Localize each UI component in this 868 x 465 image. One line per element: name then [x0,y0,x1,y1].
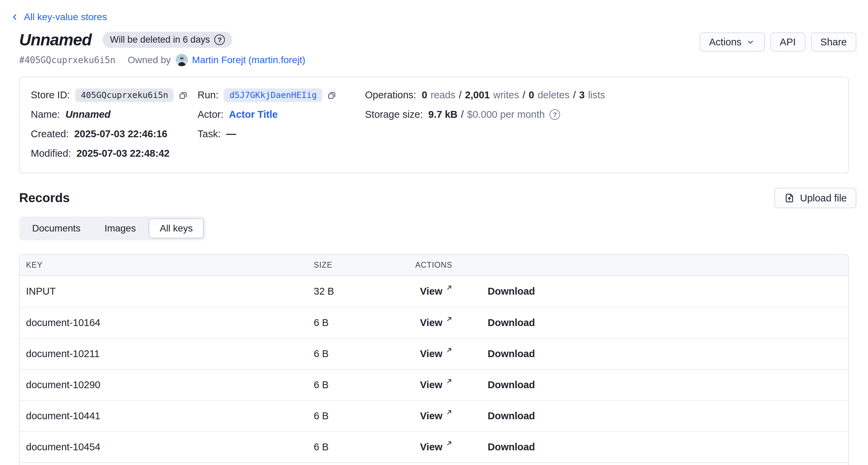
copy-run-id-icon[interactable] [327,90,337,100]
tab-images[interactable]: Images [94,219,147,238]
view-link[interactable]: View [420,379,488,391]
share-button[interactable]: Share [811,32,856,52]
deletes-unit: deletes [538,89,570,101]
page-title: Unnamed [19,30,92,49]
task-row: Task: — [198,124,365,144]
chevron-down-icon [746,37,755,47]
record-key: document-10290 [26,379,314,391]
actions-button[interactable]: Actions [700,32,765,52]
owner-link[interactable]: Martin Forejt (martin.forejt) [192,55,305,66]
key-value-store-page: All key-value stores Unnamed Will be del… [0,0,868,465]
record-size: 6 B [314,441,415,453]
copy-store-id-icon[interactable] [178,90,188,100]
storage-label: Storage size: [365,109,423,120]
storage-size: 9.7 kB [428,109,457,120]
storage-cost: $0.000 per month [467,109,545,120]
upload-file-icon [784,193,795,203]
actor-row: Actor: Actor Title [198,105,365,124]
table-row: document-10454 6 B View Download [20,431,848,462]
download-link[interactable]: Download [488,410,535,422]
download-link[interactable]: Download [488,317,535,328]
modified-row: Modified: 2025-07-03 22:48:42 [31,144,198,163]
view-link[interactable]: View [420,410,488,422]
run-row: Run: d5J7GKkjDaenHEIig [198,85,365,105]
record-size: 32 B [314,286,415,297]
upload-file-button[interactable]: Upload file [774,188,856,208]
tab-documents[interactable]: Documents [21,219,92,238]
table-row: document-10290 6 B View Download [20,369,848,400]
help-icon[interactable]: ? [214,34,225,45]
name-label: Name: [31,109,60,120]
lists-count: 3 [579,89,585,101]
store-info-card: Store ID: 405GQcuprxeku6i5n Name: Unname… [19,76,849,173]
storage-row: Storage size: 9.7 kB / $0.000 per month … [365,105,837,124]
download-link[interactable]: Download [488,348,535,360]
download-link[interactable]: Download [488,286,535,297]
table-header-row: KEY SIZE ACTIONS [20,255,848,276]
created-row: Created: 2025-07-03 22:46:16 [31,124,198,144]
store-id-label: Store ID: [31,89,70,101]
record-size: 6 B [314,379,415,391]
view-link[interactable]: View [420,286,488,297]
table-row: document-10441 6 B View Download [20,400,848,431]
breadcrumb-all-stores[interactable]: All key-value stores [10,12,107,23]
table-row: INPUT 32 B View Download [20,276,848,307]
actor-link[interactable]: Actor Title [229,109,278,120]
column-header-key: KEY [26,260,314,270]
name-value: Unnamed [65,109,110,120]
deletion-badge-label: Will be deleted in 6 days [110,34,210,45]
avatar [176,54,188,66]
external-link-icon [446,347,452,353]
task-label: Task: [198,128,221,140]
column-header-actions: ACTIONS [415,260,488,270]
name-row: Name: Unnamed [31,105,198,124]
record-key: document-10441 [26,410,314,422]
actor-label: Actor: [198,109,223,120]
reads-unit: reads [431,89,456,101]
deletion-badge: Will be deleted in 6 days ? [103,32,233,48]
writes-unit: writes [493,89,519,101]
record-key: document-10211 [26,348,314,360]
page-header: Unnamed Will be deleted in 6 days ? #405… [19,30,856,66]
table-row: document-10164 6 B View Download [20,307,848,338]
view-link[interactable]: View [420,348,488,360]
created-label: Created: [31,128,69,140]
reads-count: 0 [422,89,427,101]
table-row-partial [20,462,848,465]
run-label: Run: [198,89,218,101]
record-size: 6 B [314,348,415,360]
download-link[interactable]: Download [488,441,535,453]
lists-unit: lists [588,89,605,101]
api-button[interactable]: API [770,32,805,52]
record-key: document-10454 [26,441,314,453]
record-size: 6 B [314,317,415,328]
records-title: Records [19,191,70,205]
records-header: Records Upload file [19,188,856,208]
tab-all-keys[interactable]: All keys [149,219,203,238]
operations-label: Operations: [365,89,416,101]
download-link[interactable]: Download [488,379,535,391]
run-id-chip[interactable]: d5J7GKkjDaenHEIig [224,88,322,102]
store-id-row: Store ID: 405GQcuprxeku6i5n [31,85,198,105]
records-tabs: Documents Images All keys [19,216,206,240]
column-header-size: SIZE [314,260,415,270]
record-key: document-10164 [26,317,314,328]
external-link-icon [446,440,452,447]
view-link[interactable]: View [420,317,488,328]
modified-value: 2025-07-03 22:48:42 [77,148,169,159]
external-link-icon [446,409,452,415]
chevron-left-icon [10,13,19,22]
operations-row: Operations: 0 reads / 2,001 writes / 0 d… [365,85,837,105]
storage-help-icon[interactable]: ? [550,109,560,120]
record-key: INPUT [26,286,314,297]
table-row: document-10211 6 B View Download [20,338,848,369]
owned-by-label: Owned by [128,55,171,66]
external-link-icon [446,378,452,384]
view-link[interactable]: View [420,441,488,453]
store-hash: #405GQcuprxeku6i5n [19,55,116,65]
deletes-count: 0 [529,89,534,101]
modified-label: Modified: [31,148,71,159]
records-table: KEY SIZE ACTIONS INPUT 32 B View Downloa… [19,254,849,465]
writes-count: 2,001 [465,89,490,101]
created-value: 2025-07-03 22:46:16 [74,128,167,140]
